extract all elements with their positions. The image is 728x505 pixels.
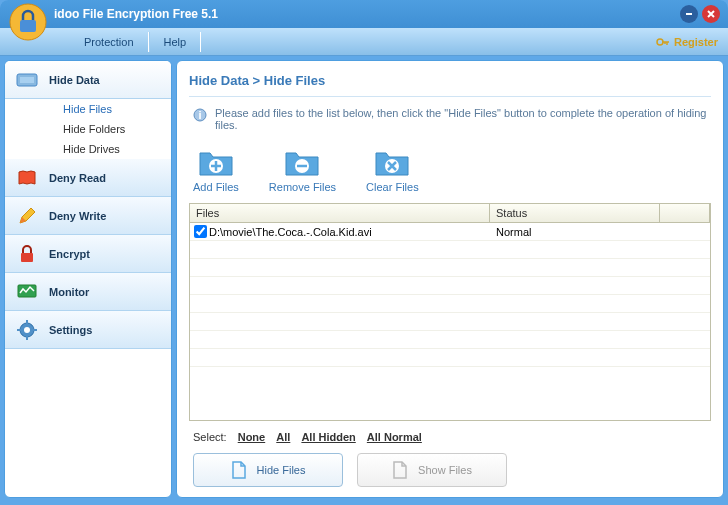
file-icon bbox=[231, 461, 247, 479]
close-button[interactable] bbox=[702, 5, 720, 23]
select-row: Select: None All All Hidden All Normal bbox=[189, 421, 711, 451]
show-files-button: Show Files bbox=[357, 453, 507, 487]
lock-icon bbox=[15, 242, 39, 266]
svg-text:i: i bbox=[198, 109, 201, 121]
svg-rect-11 bbox=[26, 336, 28, 340]
svg-rect-6 bbox=[21, 253, 33, 262]
svg-rect-1 bbox=[20, 20, 36, 32]
hide-files-button[interactable]: Hide Files bbox=[193, 453, 343, 487]
clear-files-button[interactable]: Clear Files bbox=[366, 147, 419, 193]
sub-item-hide-folders[interactable]: Hide Folders bbox=[5, 119, 171, 139]
svg-rect-12 bbox=[17, 329, 21, 331]
col-status[interactable]: Status bbox=[490, 204, 660, 222]
folder-x-icon bbox=[372, 147, 412, 179]
svg-point-9 bbox=[24, 327, 30, 333]
col-files[interactable]: Files bbox=[190, 204, 490, 222]
files-table: Files Status D:\movie\The.Coca.-.Cola.Ki… bbox=[189, 203, 711, 421]
breadcrumb: Hide Data > Hide Files bbox=[189, 69, 711, 97]
menu-protection[interactable]: Protection bbox=[70, 32, 149, 52]
svg-rect-5 bbox=[20, 77, 34, 83]
file-path: D:\movie\The.Coca.-.Cola.Kid.avi bbox=[209, 226, 372, 238]
row-checkbox[interactable] bbox=[194, 225, 207, 238]
folder-minus-icon bbox=[282, 147, 322, 179]
register-button[interactable]: Register bbox=[656, 35, 718, 49]
content-panel: Hide Data > Hide Files i Please add file… bbox=[176, 60, 724, 498]
table-row[interactable]: D:\movie\The.Coca.-.Cola.Kid.avi Normal bbox=[190, 223, 710, 241]
menu-help[interactable]: Help bbox=[149, 32, 202, 52]
select-none[interactable]: None bbox=[238, 431, 266, 443]
drive-icon bbox=[15, 68, 39, 92]
sidebar-item-encrypt[interactable]: Encrypt bbox=[5, 235, 171, 273]
sidebar-item-deny-read[interactable]: Deny Read bbox=[5, 159, 171, 197]
sub-item-hide-drives[interactable]: Hide Drives bbox=[5, 139, 171, 159]
add-files-button[interactable]: Add Files bbox=[193, 147, 239, 193]
select-all[interactable]: All bbox=[276, 431, 290, 443]
sidebar-item-hide-data[interactable]: Hide Data bbox=[5, 61, 171, 99]
app-title: idoo File Encryption Free 5.1 bbox=[54, 7, 680, 21]
sidebar-item-monitor[interactable]: Monitor bbox=[5, 273, 171, 311]
sidebar-item-settings[interactable]: Settings bbox=[5, 311, 171, 349]
sidebar-item-deny-write[interactable]: Deny Write bbox=[5, 197, 171, 235]
col-extra[interactable] bbox=[660, 204, 710, 222]
select-all-hidden[interactable]: All Hidden bbox=[301, 431, 355, 443]
menubar: Protection Help Register bbox=[0, 28, 728, 56]
info-text: Please add files to the list below, then… bbox=[215, 107, 707, 131]
sub-item-hide-files[interactable]: Hide Files bbox=[5, 99, 171, 119]
select-all-normal[interactable]: All Normal bbox=[367, 431, 422, 443]
folder-plus-icon bbox=[196, 147, 236, 179]
titlebar: idoo File Encryption Free 5.1 bbox=[0, 0, 728, 28]
svg-rect-10 bbox=[26, 320, 28, 324]
minimize-button[interactable] bbox=[680, 5, 698, 23]
sidebar: Hide Data Hide Files Hide Folders Hide D… bbox=[4, 60, 172, 498]
key-icon bbox=[656, 35, 670, 49]
monitor-icon bbox=[15, 280, 39, 304]
remove-files-button[interactable]: Remove Files bbox=[269, 147, 336, 193]
gear-icon bbox=[15, 318, 39, 342]
app-icon bbox=[8, 2, 48, 42]
pencil-icon bbox=[15, 204, 39, 228]
svg-rect-2 bbox=[686, 13, 692, 15]
info-icon: i bbox=[193, 108, 207, 122]
file-status: Normal bbox=[490, 226, 660, 238]
book-icon bbox=[15, 166, 39, 190]
svg-rect-13 bbox=[33, 329, 37, 331]
file-icon bbox=[392, 461, 408, 479]
